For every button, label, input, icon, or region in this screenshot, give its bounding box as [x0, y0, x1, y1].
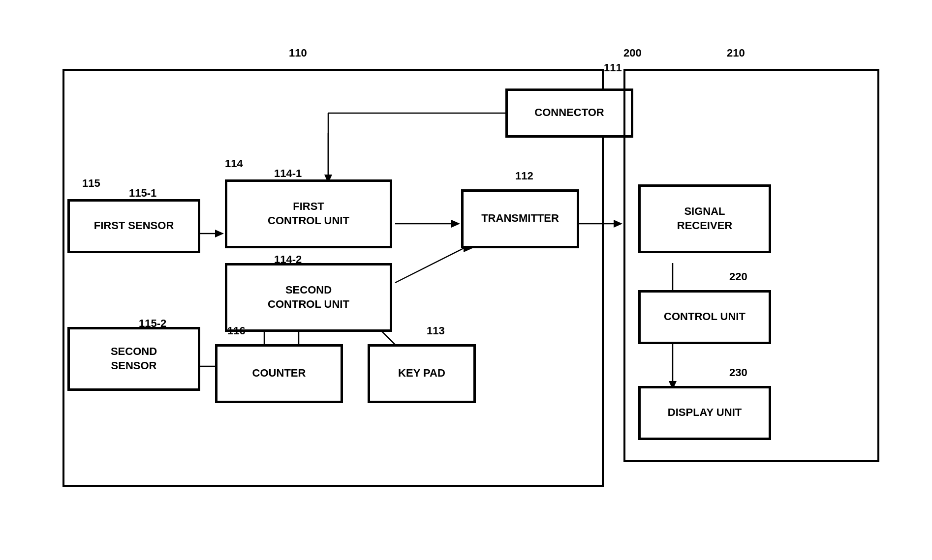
- first-sensor-block: FIRST SENSOR: [67, 199, 200, 253]
- label-115-1: 115-1: [129, 187, 156, 200]
- label-111: 111: [604, 61, 622, 74]
- counter-text: COUNTER: [252, 366, 306, 381]
- label-115-2: 115-2: [139, 317, 166, 330]
- label-112: 112: [515, 170, 533, 182]
- keypad-text: KEY PAD: [398, 366, 445, 381]
- first-sensor-text: FIRST SENSOR: [94, 219, 174, 233]
- control-unit-block: CONTROL UNIT: [638, 290, 771, 344]
- second-control-text: SECONDCONTROL UNIT: [268, 283, 349, 311]
- control-unit-text: CONTROL UNIT: [664, 310, 746, 324]
- label-210: 210: [727, 47, 745, 59]
- transmitter-block: TRANSMITTER: [461, 189, 579, 248]
- label-220: 220: [729, 270, 747, 283]
- counter-block: COUNTER: [215, 344, 343, 403]
- connector-label: CONNECTOR: [534, 106, 604, 120]
- svg-marker-15: [614, 220, 622, 228]
- label-116: 116: [227, 324, 246, 337]
- label-114-2: 114-2: [274, 253, 302, 266]
- display-unit-text: DISPLAY UNIT: [668, 406, 742, 420]
- display-unit-block: DISPLAY UNIT: [638, 386, 771, 440]
- label-110: 110: [289, 47, 307, 59]
- first-control-text: FIRSTCONTROL UNIT: [268, 200, 349, 228]
- signal-receiver-text: SIGNALRECEIVER: [677, 205, 732, 233]
- second-control-unit-block: SECONDCONTROL UNIT: [225, 263, 392, 332]
- label-114: 114: [225, 157, 243, 170]
- transmitter-text: TRANSMITTER: [481, 211, 559, 226]
- label-230: 230: [729, 366, 747, 379]
- label-200: 200: [623, 47, 642, 59]
- label-114-1: 114-1: [274, 167, 302, 180]
- label-115: 115: [82, 177, 100, 190]
- first-control-unit-block: FIRSTCONTROL UNIT: [225, 179, 392, 248]
- keypad-block: KEY PAD: [368, 344, 476, 403]
- connector-block: CONNECTOR: [505, 88, 633, 138]
- signal-receiver-block: SIGNALRECEIVER: [638, 184, 771, 253]
- second-sensor-block: SECONDSENSOR: [67, 327, 200, 391]
- second-sensor-text: SECONDSENSOR: [111, 345, 157, 373]
- label-113: 113: [427, 324, 445, 337]
- diagram: 110 CONNECTOR 111 FIRSTCONTROL UNIT 114 …: [23, 22, 909, 538]
